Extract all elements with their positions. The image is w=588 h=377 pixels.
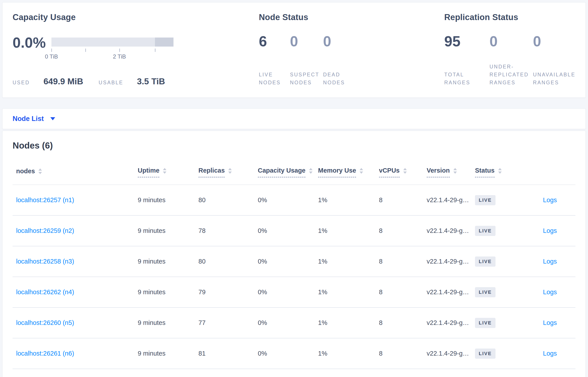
node-link[interactable]: localhost:26262 (n4) — [16, 288, 74, 295]
column-header-logs — [530, 156, 576, 185]
capacity-bar-track — [51, 37, 174, 47]
logs-link[interactable]: Logs — [543, 258, 557, 265]
node-link[interactable]: localhost:26258 (n3) — [16, 258, 74, 265]
vcpus-cell: 8 — [379, 215, 427, 246]
status-badge: LIVE — [475, 226, 495, 236]
sort-icon — [38, 168, 42, 174]
table-header-row: nodes Uptime Replicas Capacity Usage — [12, 156, 576, 185]
capacity-cell: 0% — [258, 277, 318, 307]
status-badge: LIVE — [475, 287, 495, 297]
node-cell: localhost:26259 (n2) — [12, 215, 138, 246]
suspect-nodes-value: 0 — [290, 34, 323, 48]
status-badge: LIVE — [475, 349, 495, 359]
node-link[interactable]: localhost:26261 (n6) — [16, 350, 74, 357]
replication-status-title: Replication Status — [444, 12, 576, 22]
memory-cell: 1% — [318, 277, 379, 307]
logs-link[interactable]: Logs — [543, 350, 557, 357]
total-ranges-value: 95 — [444, 34, 490, 48]
column-header-version[interactable]: Version — [427, 156, 475, 185]
replicas-cell: 79 — [199, 277, 258, 307]
version-cell: v22.1.4-29-g… — [427, 246, 475, 277]
capacity-usage-section: Capacity Usage 0.0% 0 TiB 2 TiB — [12, 12, 259, 86]
status-cell: LIVE — [475, 277, 530, 307]
replicas-cell: 80 — [199, 185, 258, 215]
column-header-uptime[interactable]: Uptime — [138, 156, 199, 185]
uptime-cell: 9 minutes — [138, 246, 199, 277]
vcpus-cell: 8 — [379, 277, 427, 307]
status-badge: LIVE — [475, 318, 495, 328]
capacity-bar-end-segment — [155, 37, 174, 47]
capacity-cell: 0% — [258, 215, 318, 246]
node-link[interactable]: localhost:26260 (n5) — [16, 319, 74, 326]
memory-cell: 1% — [318, 307, 379, 338]
axis-tick — [119, 48, 120, 52]
dead-nodes-label: DEAD NODES — [323, 71, 444, 86]
vcpus-cell: 8 — [379, 307, 427, 338]
sort-icon — [360, 168, 363, 174]
axis-tick — [51, 48, 52, 52]
memory-cell: 1% — [318, 185, 379, 215]
usable-value: 3.5 TiB — [137, 77, 165, 86]
usable-label: USABLE — [99, 79, 123, 86]
table-row: localhost:26257 (n1) 9 minutes 80 0% 1% … — [12, 185, 576, 215]
vcpus-cell: 8 — [379, 338, 427, 369]
capacity-cell: 0% — [258, 185, 318, 215]
sort-icon — [163, 168, 166, 174]
status-badge: LIVE — [475, 257, 495, 267]
status-cell: LIVE — [475, 215, 530, 246]
capacity-usage-chart-row: 0.0% 0 TiB 2 TiB — [12, 35, 259, 60]
logs-link[interactable]: Logs — [543, 196, 557, 203]
node-link[interactable]: localhost:26259 (n2) — [16, 227, 74, 234]
column-header-status[interactable]: Status — [475, 156, 530, 185]
column-header-vcpus[interactable]: vCPUs — [379, 156, 427, 185]
status-cell: LIVE — [475, 246, 530, 277]
logs-link[interactable]: Logs — [543, 288, 557, 295]
axis-tick — [155, 48, 155, 52]
column-header-capacity-usage[interactable]: Capacity Usage — [258, 156, 318, 185]
sort-icon — [309, 168, 313, 174]
cluster-summary-card: Capacity Usage 0.0% 0 TiB 2 TiB — [2, 2, 586, 98]
node-link[interactable]: localhost:26257 (n1) — [16, 196, 74, 203]
view-selector-strip: Node List — [2, 108, 586, 129]
used-value: 649.9 MiB — [44, 77, 83, 86]
suspect-nodes-label: SUSPECT NODES — [290, 71, 323, 86]
replicas-cell: 77 — [199, 307, 258, 338]
logs-link[interactable]: Logs — [543, 319, 557, 326]
vcpus-cell: 8 — [379, 246, 427, 277]
capacity-stats-row: USED 649.9 MiB USABLE 3.5 TiB — [12, 77, 259, 86]
unavailable-ranges-label: UNAVAILABLE RANGES — [533, 71, 576, 86]
live-nodes-label: LIVE NODES — [259, 71, 290, 86]
capacity-cell: 0% — [258, 246, 318, 277]
status-cell: LIVE — [475, 307, 530, 338]
column-header-memory-use[interactable]: Memory Use — [318, 156, 379, 185]
sort-icon — [228, 168, 232, 174]
node-list-dropdown-label: Node List — [12, 115, 44, 123]
node-list-dropdown[interactable]: Node List — [12, 115, 55, 123]
live-nodes-stat: 6 LIVE NODES — [259, 34, 290, 86]
logs-cell: Logs — [530, 215, 576, 246]
sort-icon — [403, 168, 407, 174]
version-cell: v22.1.4-29-g… — [427, 338, 475, 369]
node-cell: localhost:26261 (n6) — [12, 338, 138, 369]
live-nodes-value: 6 — [259, 34, 290, 48]
node-cell: localhost:26257 (n1) — [12, 185, 138, 215]
total-ranges-label: TOTAL RANGES — [444, 71, 490, 86]
table-row: localhost:26262 (n4) 9 minutes 79 0% 1% … — [12, 277, 576, 307]
column-header-nodes[interactable]: nodes — [12, 156, 138, 185]
capacity-cell: 0% — [258, 307, 318, 338]
node-status-stats: 6 LIVE NODES 0 SUSPECT NODES 0 DEAD NODE… — [259, 34, 444, 86]
replication-status-stats: 95 TOTAL RANGES 0 UNDER- REPLICATED RANG… — [444, 34, 576, 86]
logs-link[interactable]: Logs — [543, 227, 557, 234]
dead-nodes-stat: 0 DEAD NODES — [323, 34, 444, 86]
chevron-down-icon — [50, 117, 55, 120]
uptime-cell: 9 minutes — [138, 185, 199, 215]
axis-tick-label-0: 0 TiB — [45, 53, 58, 60]
capacity-bar-chart: 0 TiB 2 TiB — [51, 35, 174, 60]
uptime-cell: 9 minutes — [138, 307, 199, 338]
column-header-replicas[interactable]: Replicas — [199, 156, 258, 185]
version-cell: v22.1.4-29-g… — [427, 307, 475, 338]
table-row: localhost:26260 (n5) 9 minutes 77 0% 1% … — [12, 307, 576, 338]
uptime-cell: 9 minutes — [138, 338, 199, 369]
logs-cell: Logs — [530, 246, 576, 277]
dead-nodes-value: 0 — [323, 34, 444, 48]
